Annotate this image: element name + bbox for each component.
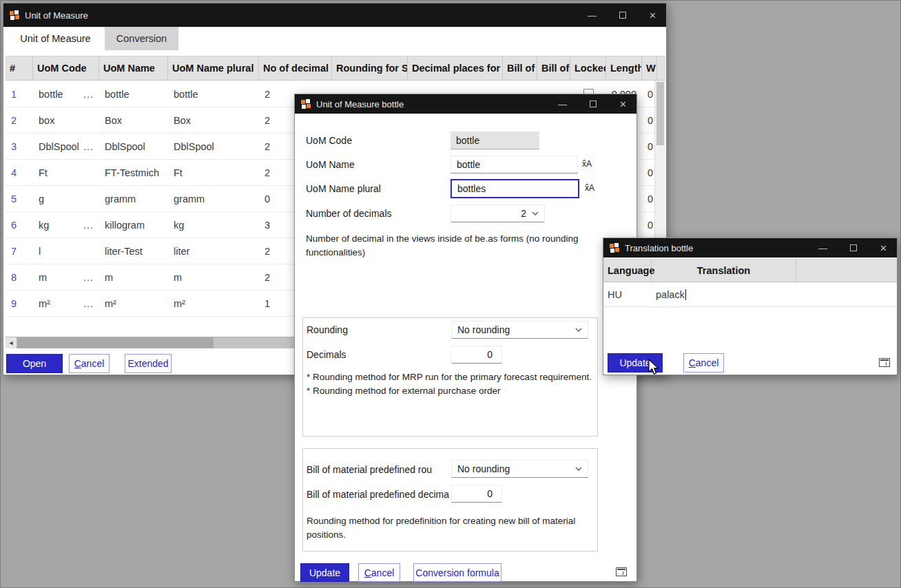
app-logo-icon <box>301 99 311 109</box>
minimize-icon[interactable]: — <box>588 11 597 20</box>
code-text: Ft <box>39 167 48 178</box>
column-header[interactable]: Locked <box>570 56 606 80</box>
cell: 7 <box>6 238 33 264</box>
cell: gramm <box>99 186 168 211</box>
cell: Ft <box>33 160 99 185</box>
translation-dialog-titlebar[interactable]: Translation bottle — ✕ <box>603 238 897 258</box>
cell: 8 <box>6 264 33 290</box>
rounding-select[interactable]: No rounding <box>451 321 588 339</box>
uom-code-label: UoM Code <box>306 135 352 146</box>
uom-name-plural-field[interactable]: bottles <box>450 179 579 198</box>
ellipsis-button[interactable]: ... <box>83 298 94 309</box>
dialog-title: Translation bottle <box>625 243 693 253</box>
minimize-icon[interactable]: — <box>818 244 827 253</box>
uom-code-field: bottle <box>450 132 539 149</box>
update-button[interactable]: Update <box>300 563 349 582</box>
close-icon[interactable]: ✕ <box>880 244 887 253</box>
maximize-icon[interactable] <box>619 12 626 19</box>
code-text: kg <box>39 220 49 231</box>
decimals-field[interactable]: 0 <box>451 346 502 364</box>
uom-name-field[interactable]: bottle <box>450 156 578 174</box>
app-logo-icon <box>610 243 619 253</box>
ellipsis-button[interactable]: ... <box>83 220 94 231</box>
uom-dialog-titlebar[interactable]: Unit of Measure bottle — ✕ <box>295 94 636 114</box>
translate-icon[interactable]: x̂A <box>585 183 594 193</box>
maximize-icon[interactable] <box>590 101 597 107</box>
cell: 5 <box>6 186 33 211</box>
translate-icon[interactable]: x̂A <box>582 159 592 169</box>
bom-decimals-label: Bill of material predefined decimal <box>307 489 449 500</box>
column-header[interactable]: Rounding for Sc <box>332 56 408 80</box>
ellipsis-button[interactable]: ... <box>83 89 94 100</box>
tab-conversion[interactable]: Conversion <box>105 27 178 50</box>
open-button[interactable]: Open <box>6 354 63 373</box>
rounding-group: Rounding No rounding Decimals 0 * Roundi… <box>302 317 598 437</box>
column-header[interactable]: # <box>6 56 33 80</box>
desktop: Unit of Measure — ✕ Unit of Measure Conv… <box>0 0 901 588</box>
form-settings-icon[interactable] <box>616 567 627 576</box>
extended-button[interactable]: Extended <box>125 354 172 373</box>
translation-cell[interactable]: palack <box>652 282 690 306</box>
cancel-button[interactable]: Cancel <box>683 353 724 372</box>
tab-unit-of-measure[interactable]: Unit of Measure <box>6 27 105 50</box>
uom-table-header: #UoM CodeUoM NameUoM Name pluralNo of de… <box>6 56 665 81</box>
cell: DblSpool... <box>33 134 99 159</box>
column-header[interactable]: UoM Code <box>33 56 99 80</box>
translation-text: palack <box>656 289 685 300</box>
cell: Box <box>168 107 259 133</box>
column-header[interactable]: Decimal places for s <box>408 56 503 80</box>
cell: box <box>33 107 99 133</box>
maximize-icon[interactable] <box>850 244 857 251</box>
vertical-scrollbar-thumb[interactable] <box>656 82 664 145</box>
cell: m <box>168 264 259 290</box>
column-header-translation[interactable]: Translation <box>652 259 796 282</box>
code-text: bottle <box>39 89 63 100</box>
horizontal-scrollbar-thumb[interactable] <box>17 337 214 348</box>
cell: Box <box>99 107 168 133</box>
cell: 3 <box>6 134 33 159</box>
form-settings-icon[interactable] <box>879 358 890 367</box>
tabstrip: Unit of Measure Conversion <box>3 27 666 50</box>
ellipsis-button[interactable]: ... <box>83 141 94 152</box>
column-header[interactable]: UoM Name plural <box>168 56 259 80</box>
uom-detail-dialog: Unit of Measure bottle — ✕ UoM Code bott… <box>294 94 637 582</box>
column-header[interactable]: Length <box>606 56 642 80</box>
cell: kg <box>168 212 259 238</box>
column-header[interactable]: W <box>642 56 657 80</box>
code-text: g <box>39 193 44 204</box>
scroll-left-icon[interactable]: ◄ <box>6 337 17 348</box>
cancel-button[interactable]: Cancel <box>69 354 110 373</box>
code-text: box <box>39 115 54 126</box>
bom-rounding-select[interactable]: No rounding <box>451 460 588 478</box>
close-icon[interactable]: ✕ <box>619 100 627 109</box>
main-titlebar[interactable]: Unit of Measure — ✕ <box>3 3 666 27</box>
translation-row[interactable]: HU palack <box>603 282 897 307</box>
cell: gramm <box>168 186 259 211</box>
bom-group: Bill of material predefined rou No round… <box>302 448 598 552</box>
code-text: m² <box>39 298 50 309</box>
update-button[interactable]: Update <box>608 353 663 372</box>
cell: l <box>33 238 99 264</box>
cell: DblSpool <box>99 134 168 159</box>
dialog-title: Unit of Measure bottle <box>316 99 404 109</box>
cell: 9 <box>6 291 33 316</box>
translation-table-header: Language Translation <box>603 259 897 282</box>
cell: bottle <box>168 81 259 107</box>
cell: bottle <box>99 81 168 107</box>
column-header[interactable]: Bill of l <box>503 56 537 80</box>
ellipsis-button[interactable]: ... <box>83 272 94 283</box>
column-header[interactable]: No of decimal p <box>259 56 332 80</box>
number-of-decimals-select[interactable]: 2 <box>450 204 545 222</box>
bom-decimals-field[interactable]: 0 <box>451 485 502 503</box>
code-text: m <box>39 272 47 283</box>
minimize-icon[interactable]: — <box>558 100 567 109</box>
close-icon[interactable]: ✕ <box>649 11 656 20</box>
cell: m²... <box>33 291 99 316</box>
column-header[interactable]: UoM Name <box>99 56 168 80</box>
rounding-note-2: * Rounding method for external purchase … <box>307 384 596 398</box>
column-header-language[interactable]: Language <box>603 259 652 282</box>
conversion-formula-button[interactable]: Conversion formula <box>413 563 501 582</box>
cancel-button[interactable]: Cancel <box>358 563 400 582</box>
rounding-label: Rounding <box>307 324 348 335</box>
column-header[interactable]: Bill of l <box>537 56 570 80</box>
